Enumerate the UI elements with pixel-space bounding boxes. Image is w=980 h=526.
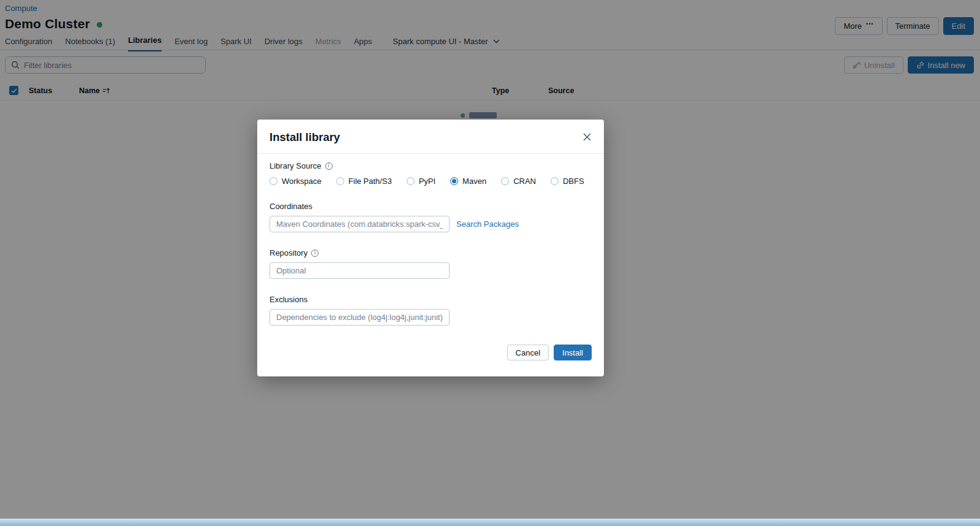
repository-label: Repository bbox=[270, 248, 307, 257]
dialog-header: Install library bbox=[257, 120, 604, 154]
library-source-label: Library Source bbox=[270, 161, 322, 170]
cancel-button[interactable]: Cancel bbox=[507, 345, 549, 360]
radio-circle bbox=[407, 177, 415, 185]
dialog-title: Install library bbox=[270, 131, 592, 144]
radio-pypi[interactable]: PyPI bbox=[407, 177, 435, 186]
search-packages-link[interactable]: Search Packages bbox=[456, 219, 519, 229]
radio-file-path-s3-label: File Path/S3 bbox=[349, 177, 392, 186]
exclusions-label-row: Exclusions bbox=[270, 295, 592, 304]
radio-cran[interactable]: CRAN bbox=[501, 177, 536, 186]
radio-circle bbox=[551, 177, 559, 185]
radio-file-path-s3[interactable]: File Path/S3 bbox=[336, 177, 392, 186]
radio-workspace-label: Workspace bbox=[282, 177, 322, 186]
dialog-footer: Cancel Install bbox=[270, 345, 592, 360]
radio-circle bbox=[336, 177, 344, 185]
library-source-label-row: Library Source i bbox=[270, 161, 592, 170]
close-icon bbox=[583, 133, 591, 141]
dialog-body: Library Source i Workspace File Path/S3 … bbox=[257, 154, 604, 376]
radio-cran-label: CRAN bbox=[513, 177, 536, 186]
info-icon[interactable]: i bbox=[325, 162, 333, 170]
repository-label-row: Repository i bbox=[270, 248, 592, 257]
radio-dbfs[interactable]: DBFS bbox=[551, 177, 584, 186]
exclusions-input[interactable] bbox=[270, 309, 450, 326]
radio-workspace[interactable]: Workspace bbox=[270, 177, 322, 186]
radio-maven-label: Maven bbox=[462, 177, 486, 186]
radio-circle bbox=[501, 177, 509, 185]
radio-dbfs-label: DBFS bbox=[563, 177, 584, 186]
repository-input[interactable] bbox=[270, 262, 450, 279]
radio-pypi-label: PyPI bbox=[419, 177, 435, 186]
install-button-label: Install bbox=[562, 348, 583, 357]
install-button[interactable]: Install bbox=[554, 345, 592, 360]
exclusions-section: Exclusions bbox=[270, 295, 592, 326]
bottom-window-edge bbox=[0, 519, 980, 526]
repository-section: Repository i bbox=[270, 248, 592, 279]
coordinates-input[interactable] bbox=[270, 216, 450, 232]
coordinates-label: Coordinates bbox=[270, 202, 312, 211]
radio-circle bbox=[270, 177, 277, 185]
coordinates-label-row: Coordinates bbox=[270, 202, 592, 211]
info-icon[interactable]: i bbox=[311, 250, 318, 257]
install-library-dialog: Install library Library Source i Workspa… bbox=[257, 120, 604, 376]
radio-circle-selected bbox=[450, 177, 458, 185]
library-source-radio-group: Workspace File Path/S3 PyPI Maven CRAN D… bbox=[270, 177, 592, 186]
exclusions-label: Exclusions bbox=[270, 295, 307, 304]
cancel-button-label: Cancel bbox=[516, 348, 540, 357]
coordinates-section: Coordinates Search Packages bbox=[270, 202, 592, 232]
coordinates-input-row: Search Packages bbox=[270, 211, 592, 232]
radio-maven[interactable]: Maven bbox=[450, 177, 486, 186]
close-button[interactable] bbox=[579, 129, 595, 145]
